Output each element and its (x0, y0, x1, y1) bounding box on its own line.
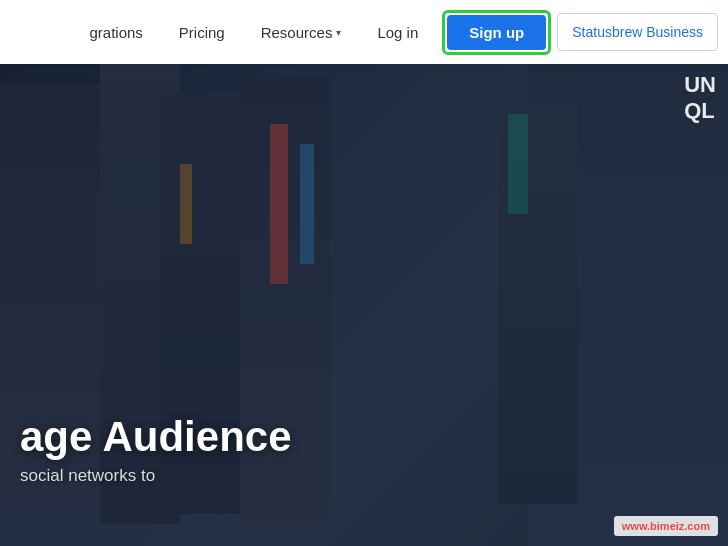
nav-item-resources[interactable]: Resources ▾ (243, 0, 360, 64)
nav-item-pricing[interactable]: Pricing (161, 0, 243, 64)
nav-item-login[interactable]: Log in (359, 0, 436, 64)
chevron-down-icon: ▾ (336, 27, 341, 38)
hero-section: UN QL age Audience social networks to ww… (0, 64, 728, 546)
corner-text-line2: QL (684, 98, 716, 124)
hero-subtitle: social networks to (20, 466, 292, 486)
nav-item-integrations[interactable]: grations (71, 0, 160, 64)
nav-label-integrations: grations (89, 24, 142, 41)
statusbrew-business-link[interactable]: Statusbrew Business (557, 13, 718, 51)
watermark: www.bimeiz.com (614, 516, 718, 536)
signup-wrapper: Sign up (442, 10, 551, 55)
nav-label-pricing: Pricing (179, 24, 225, 41)
navbar: grations Pricing Resources ▾ Log in Sign… (0, 0, 728, 64)
hero-title: age Audience (20, 414, 292, 460)
signup-button[interactable]: Sign up (447, 15, 546, 50)
nav-label-login: Log in (377, 24, 418, 41)
hero-content: age Audience social networks to (0, 414, 292, 486)
nav-label-resources: Resources (261, 24, 333, 41)
nav-items: grations Pricing Resources ▾ Log in Sign… (71, 0, 718, 64)
corner-text-line1: UN (684, 72, 716, 98)
corner-sign: UN QL (672, 64, 728, 133)
